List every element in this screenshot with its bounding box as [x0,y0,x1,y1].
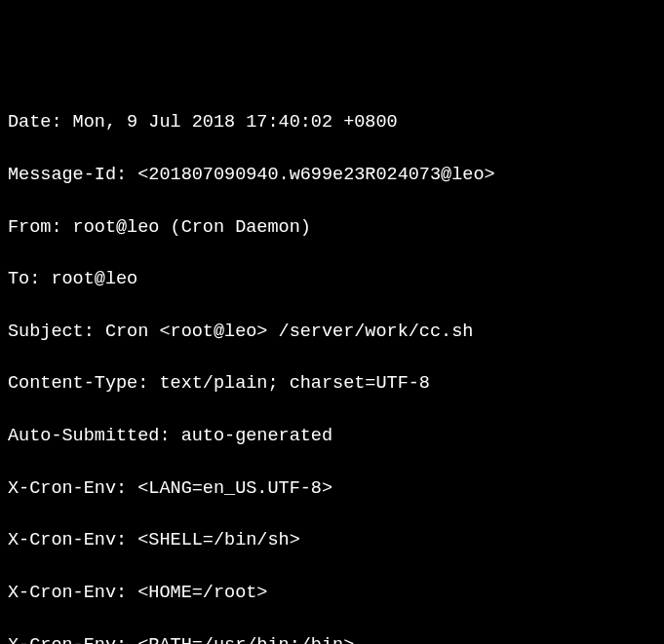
mail-header-xcron-path: X-Cron-Env: <PATH=/usr/bin:/bin> [8,633,656,645]
mail-header-auto-submitted: Auto-Submitted: auto-generated [8,424,656,450]
mail-header-xcron-shell: X-Cron-Env: <SHELL=/bin/sh> [8,528,656,554]
mail-header-to: To: root@leo [8,267,656,293]
mail-header-content-type: Content-Type: text/plain; charset=UTF-8 [8,371,656,398]
mail-header-message-id: Message-Id: <201807090940.w699e23R024073… [8,163,656,189]
mail-header-from: From: root@leo (Cron Daemon) [8,215,656,242]
mail-header-subject: Subject: Cron <root@leo> /server/work/cc… [8,320,656,346]
mail-header-xcron-home: X-Cron-Env: <HOME=/root> [8,581,656,607]
mail-header-date: Date: Mon, 9 Jul 2018 17:40:02 +0800 [8,110,656,136]
mail-header-xcron-lang: X-Cron-Env: <LANG=en_US.UTF-8> [8,476,656,503]
